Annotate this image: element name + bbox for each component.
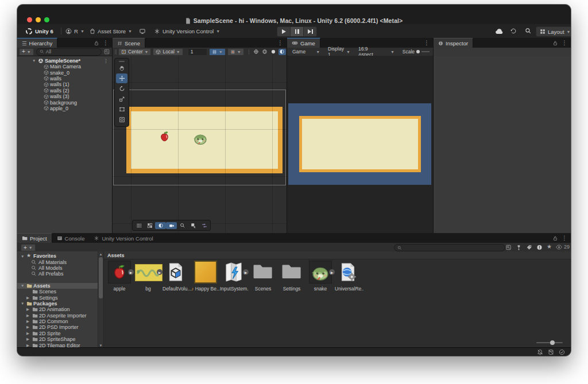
transform-tool-button[interactable]	[116, 115, 127, 125]
expand-sprite-icon[interactable]: ▶	[157, 269, 163, 275]
apple-sprite[interactable]	[158, 130, 171, 143]
create-object-button[interactable]: +▼	[19, 48, 34, 56]
create-asset-button[interactable]: +▼	[21, 244, 36, 251]
check-status-icon[interactable]	[559, 349, 565, 355]
asset-happy-audio[interactable]: ♪ Happy Be...	[191, 261, 220, 298]
asset-universal-render-pipeline[interactable]: UniversalRe...	[335, 261, 363, 298]
asset-default-volume[interactable]: DefaultVolu...	[163, 261, 191, 298]
tab-project[interactable]: Project	[17, 233, 52, 243]
palette-drag-handle[interactable]	[116, 60, 127, 63]
display-dropdown[interactable]: Display 1▼	[324, 48, 354, 56]
tool-handle-rotation-dropdown[interactable]: Local▼	[153, 48, 183, 56]
unity-hub-button[interactable]: Unity 6	[25, 24, 53, 38]
snap-settings-button[interactable]	[199, 222, 210, 229]
aspect-ratio-dropdown[interactable]: 16:9 Aspect▼	[354, 48, 399, 56]
panel-menu-icon[interactable]: ⋮	[562, 235, 567, 241]
alert-icon[interactable]	[536, 245, 543, 250]
snap-increment-field[interactable]: 1	[188, 48, 207, 56]
undo-history-button[interactable]	[510, 24, 517, 38]
search-by-label-icon[interactable]	[526, 245, 532, 250]
global-search-button[interactable]	[525, 24, 532, 38]
hierarchy-item[interactable]: snake_0	[17, 69, 112, 75]
tree-favorites[interactable]: ▼ ★ Favorites	[17, 253, 98, 259]
panel-menu-icon[interactable]: ⋮	[103, 40, 109, 46]
asset-scenes-folder[interactable]: Scenes	[249, 261, 277, 298]
tree-item[interactable]: ▶2D Common	[17, 319, 98, 324]
tab-hierarchy[interactable]: ☰ Hierarchy	[17, 38, 57, 48]
asset-store-dropdown[interactable]: Asset Store ▼	[90, 24, 132, 38]
move-tool-button[interactable]	[116, 73, 127, 83]
rect-tool-button[interactable]	[116, 104, 127, 114]
scene-2d-mode-toggle[interactable]	[278, 49, 286, 55]
hierarchy-item[interactable]: apple_0	[17, 106, 112, 111]
draw-mode-button[interactable]	[133, 222, 144, 229]
hierarchy-item[interactable]: walls (2)	[17, 88, 112, 94]
tool-handle-position-dropdown[interactable]: Center▼	[118, 48, 151, 56]
tree-item[interactable]: ▶2D Aseprite Importer	[17, 313, 98, 319]
scene-viewport[interactable]	[113, 56, 287, 233]
expand-sprite-icon[interactable]: ▶	[329, 269, 335, 275]
search-by-type-icon[interactable]	[516, 245, 522, 250]
foldout-icon[interactable]: ▼	[32, 59, 36, 63]
tree-item[interactable]: All Prefabs	[17, 271, 98, 277]
scroll-up-icon[interactable]: ▲	[98, 251, 103, 257]
scene-picking-button[interactable]	[188, 222, 199, 229]
tree-item[interactable]: ▶2D PSD Importer	[17, 324, 98, 330]
tree-item[interactable]: Scenes	[17, 289, 98, 294]
open-in-search-icon[interactable]	[505, 245, 512, 250]
search-scene-button[interactable]	[177, 222, 188, 229]
tree-item[interactable]: All Materials	[17, 259, 98, 265]
tree-item[interactable]: ▶2D Animation	[17, 307, 98, 312]
snake-sprite[interactable]	[193, 131, 208, 145]
hand-tool-button[interactable]	[116, 63, 127, 73]
panel-menu-icon[interactable]: ⋮	[424, 40, 430, 46]
gizmos-position-toggle[interactable]	[253, 49, 260, 55]
account-dropdown[interactable]: R ▼	[65, 24, 84, 38]
tree-item[interactable]: ▶2D SpriteShape	[17, 336, 98, 342]
scale-slider[interactable]: Scale	[399, 48, 434, 56]
hidden-count[interactable]: 29	[556, 244, 570, 250]
hierarchy-item[interactable]: walls (1)	[17, 82, 112, 87]
scene-lighting-toggle[interactable]	[270, 49, 277, 55]
asset-settings-folder[interactable]: Settings	[277, 261, 306, 298]
cache-server-disabled-icon[interactable]	[548, 349, 554, 355]
panel-menu-icon[interactable]: ⋮	[277, 40, 283, 46]
rotate-tool-button[interactable]	[116, 84, 127, 94]
tree-item[interactable]: All Models	[17, 265, 98, 271]
open-search-window-icon[interactable]	[104, 49, 110, 55]
scale-tool-button[interactable]	[116, 94, 127, 104]
tab-unity-version-control[interactable]: Unity Version Control	[89, 234, 157, 243]
game-viewport[interactable]	[287, 56, 433, 233]
lock-icon[interactable]	[552, 40, 558, 46]
move-snapping-dropdown[interactable]: ▼	[227, 48, 244, 56]
thumbnail-size-slider[interactable]	[536, 340, 563, 345]
hierarchy-item[interactable]: walls (3)	[17, 94, 112, 99]
camera-view-button[interactable]	[166, 222, 177, 229]
step-button[interactable]	[303, 26, 317, 37]
hierarchy-item[interactable]: backgroung	[17, 99, 112, 105]
notifications-muted-icon[interactable]	[537, 349, 543, 355]
asset-bg[interactable]: ▶ bg	[134, 261, 163, 298]
hierarchy-search-input[interactable]: All	[36, 48, 102, 56]
hierarchy-item[interactable]: Main Camera	[17, 64, 112, 69]
play-button[interactable]	[277, 26, 291, 37]
lock-icon[interactable]	[552, 235, 558, 241]
debug-draw-button[interactable]	[144, 222, 155, 229]
project-search-input[interactable]	[394, 244, 505, 251]
tree-packages[interactable]: ▼ Packages	[17, 301, 98, 307]
favorites-star-icon[interactable]: ★	[547, 243, 552, 250]
version-control-menu[interactable]: Unity Version Control ▼	[154, 24, 220, 38]
tab-scene[interactable]: Scene	[113, 38, 145, 48]
panel-menu-icon[interactable]: ⋮	[562, 40, 567, 46]
package-manager-button[interactable]	[139, 24, 146, 38]
layout-dropdown[interactable]: Layout ▼	[536, 26, 571, 37]
grid-snapping-dropdown[interactable]: ▼	[209, 48, 226, 56]
lock-icon[interactable]	[94, 40, 99, 46]
cloud-services-button[interactable]	[495, 24, 504, 38]
hierarchy-scene-row[interactable]: ▼ SampleScene* ⋮	[17, 57, 112, 64]
scale-slider-knob[interactable]	[416, 50, 420, 53]
tab-inspector[interactable]: Inspector	[434, 38, 473, 48]
tree-item[interactable]: ▶Settings	[17, 294, 98, 300]
game-mode-dropdown[interactable]: Game▼	[288, 48, 324, 56]
tree-scrollbar[interactable]: ▲ ▼	[98, 251, 103, 348]
